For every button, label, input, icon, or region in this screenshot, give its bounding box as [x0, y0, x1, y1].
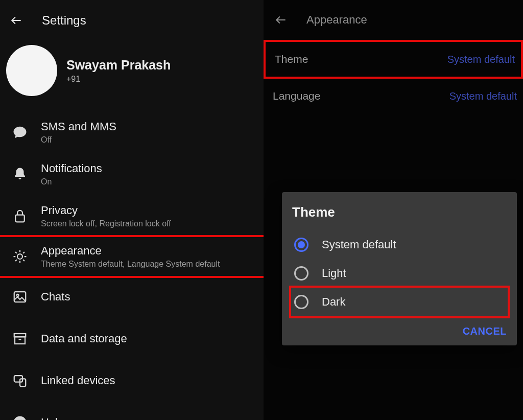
settings-item-notifications[interactable]: Notifications On — [0, 153, 264, 195]
theme-row-value: System default — [447, 54, 515, 65]
svg-rect-2 — [14, 292, 26, 302]
settings-item-title: Help — [41, 416, 257, 420]
settings-screen: Settings Swayam Prakash +91 SMS and MMS … — [0, 0, 264, 420]
radio-icon — [294, 238, 308, 252]
settings-header: Settings — [0, 0, 264, 41]
appearance-screen: Appearance Theme System default Language… — [264, 0, 523, 420]
linked-devices-icon — [11, 372, 29, 389]
settings-item-chats[interactable]: Chats — [0, 276, 264, 318]
settings-item-title: Data and storage — [41, 332, 257, 345]
language-row[interactable]: Language System default — [264, 79, 523, 113]
settings-item-sub: On — [41, 177, 257, 186]
settings-item-sub: Screen lock off, Registration lock off — [41, 219, 257, 228]
theme-option-light[interactable]: Light — [291, 259, 508, 288]
chat-bubble-icon — [11, 124, 29, 141]
back-arrow-icon[interactable] — [9, 13, 23, 28]
dialog-actions: CANCEL — [291, 316, 508, 338]
settings-list: SMS and MMS Off Notifications On Privacy… — [0, 111, 264, 420]
appearance-header: Appearance — [264, 0, 523, 40]
theme-option-label: Dark — [322, 295, 345, 309]
settings-item-sub: Theme System default, Language System de… — [41, 260, 257, 269]
radio-icon — [294, 266, 308, 281]
language-row-key: Language — [273, 90, 320, 102]
theme-option-system-default[interactable]: System default — [291, 230, 508, 259]
theme-option-dark[interactable]: Dark — [289, 286, 510, 318]
svg-point-1 — [17, 254, 22, 259]
back-arrow-icon[interactable] — [274, 13, 288, 27]
help-icon: ? — [11, 414, 29, 420]
settings-title: Settings — [42, 13, 86, 28]
language-row-value: System default — [449, 90, 517, 102]
settings-item-storage[interactable]: Data and storage — [0, 318, 264, 360]
settings-item-linked-devices[interactable]: Linked devices — [0, 360, 264, 402]
settings-item-help[interactable]: ? Help — [0, 402, 264, 420]
lock-icon — [11, 207, 29, 225]
bell-icon — [11, 166, 29, 183]
theme-row-key: Theme — [275, 53, 308, 65]
cancel-button[interactable]: CANCEL — [463, 325, 507, 337]
theme-option-label: Light — [322, 267, 346, 280]
settings-item-title: SMS and MMS — [41, 120, 257, 133]
theme-option-label: System default — [322, 238, 396, 251]
settings-item-title: Notifications — [41, 162, 257, 175]
theme-dialog: Theme System default Light Dark CANCEL — [282, 192, 517, 345]
svg-text:?: ? — [17, 417, 23, 420]
settings-item-sms[interactable]: SMS and MMS Off — [0, 111, 264, 153]
profile-row[interactable]: Swayam Prakash +91 — [0, 41, 264, 111]
svg-point-3 — [17, 294, 19, 296]
avatar — [6, 45, 57, 96]
profile-phone: +91 — [66, 75, 171, 84]
image-icon — [11, 288, 29, 306]
settings-item-title: Appearance — [41, 244, 257, 258]
radio-icon — [294, 295, 308, 309]
svg-rect-0 — [15, 215, 25, 222]
settings-item-sub: Off — [41, 135, 257, 145]
theme-dialog-title: Theme — [292, 204, 508, 220]
settings-item-privacy[interactable]: Privacy Screen lock off, Registration lo… — [0, 195, 264, 237]
settings-item-title: Chats — [41, 290, 257, 304]
appearance-title: Appearance — [306, 13, 367, 27]
theme-row[interactable]: Theme System default — [264, 40, 523, 79]
profile-name: Swayam Prakash — [66, 58, 171, 73]
svg-rect-5 — [15, 337, 25, 344]
settings-item-title: Linked devices — [41, 374, 257, 387]
archive-icon — [11, 330, 29, 347]
settings-item-appearance[interactable]: Appearance Theme System default, Languag… — [0, 235, 266, 278]
settings-item-title: Privacy — [41, 204, 257, 217]
brightness-icon — [11, 248, 29, 265]
